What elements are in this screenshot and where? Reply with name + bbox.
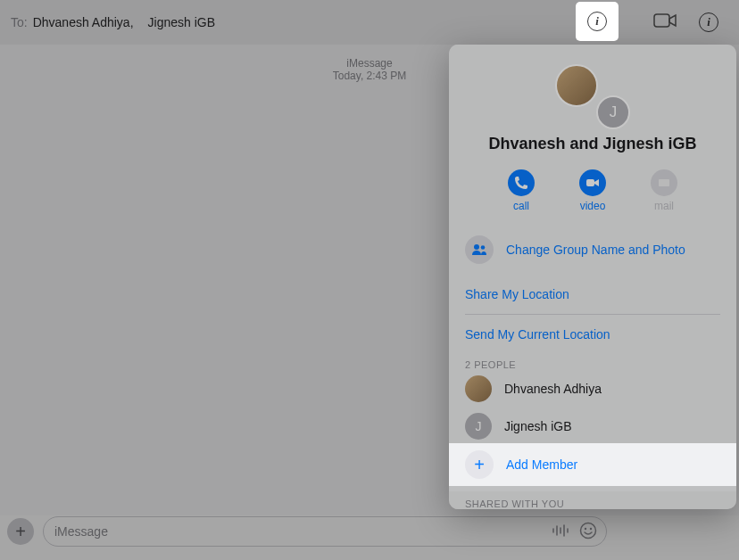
avatar-icon: J bbox=[465, 413, 492, 440]
plus-icon: + bbox=[465, 450, 494, 479]
group-title: Dhvanesh and Jignesh iGB bbox=[449, 135, 736, 153]
recipient-2[interactable]: Jignesh iGB bbox=[148, 15, 215, 29]
add-attachment-button[interactable]: + bbox=[7, 518, 34, 545]
svg-rect-10 bbox=[659, 179, 669, 186]
video-label: video bbox=[580, 200, 606, 212]
info-button-highlight[interactable]: i bbox=[576, 2, 619, 41]
details-info-button[interactable]: i bbox=[689, 3, 728, 42]
share-location-row[interactable]: Share My Location bbox=[449, 275, 736, 314]
person-row-2[interactable]: J Jignesh iGB bbox=[449, 408, 736, 445]
person-row-1[interactable]: Dhvanesh Adhiya bbox=[449, 370, 736, 408]
info-icon: i bbox=[699, 12, 718, 32]
svg-rect-0 bbox=[654, 14, 669, 27]
recipient-1[interactable]: Dhvanesh Adhiya, bbox=[33, 15, 134, 29]
message-input[interactable]: iMessage bbox=[43, 516, 607, 547]
call-button[interactable]: call bbox=[508, 169, 535, 212]
to-label: To: bbox=[11, 15, 28, 29]
person-name: Jignesh iGB bbox=[504, 419, 571, 433]
facetime-video-icon[interactable] bbox=[653, 12, 677, 33]
video-button[interactable]: video bbox=[579, 169, 606, 212]
person-name: Dhvanesh Adhiya bbox=[504, 382, 602, 396]
svg-rect-9 bbox=[586, 179, 594, 186]
svg-point-12 bbox=[481, 245, 486, 250]
change-group-label: Change Group Name and Photo bbox=[506, 243, 685, 257]
add-member-row[interactable]: + Add Member bbox=[449, 443, 736, 486]
audio-waveform-icon[interactable] bbox=[551, 522, 569, 542]
video-icon bbox=[579, 169, 606, 196]
avatar-icon bbox=[465, 375, 492, 402]
compose-bar: + iMessage bbox=[0, 514, 614, 549]
avatar-jignesh: J bbox=[596, 95, 630, 129]
change-group-name-row[interactable]: Change Group Name and Photo bbox=[465, 235, 720, 264]
phone-icon bbox=[508, 169, 535, 196]
mail-icon bbox=[651, 169, 677, 196]
svg-point-11 bbox=[474, 244, 479, 250]
avatar-dhvanesh bbox=[555, 64, 598, 107]
send-location-row[interactable]: Send My Current Location bbox=[449, 315, 736, 354]
people-section-label: 2 PEOPLE bbox=[449, 359, 736, 370]
message-placeholder: iMessage bbox=[54, 524, 108, 539]
add-member-label: Add Member bbox=[506, 457, 577, 472]
svg-point-6 bbox=[581, 523, 596, 538]
people-icon bbox=[465, 235, 494, 264]
svg-point-8 bbox=[590, 527, 592, 529]
call-label: call bbox=[513, 200, 529, 212]
conversation-header: To: Dhvanesh Adhiya, Jignesh iGB i bbox=[0, 0, 739, 45]
details-popover: J Dhvanesh and Jignesh iGB call video m bbox=[449, 45, 736, 509]
shared-section-label: SHARED WITH YOU bbox=[449, 498, 736, 509]
info-icon: i bbox=[587, 12, 607, 31]
svg-point-7 bbox=[585, 527, 586, 529]
mail-button: mail bbox=[651, 169, 677, 212]
mail-label: mail bbox=[654, 200, 674, 212]
group-avatars: J bbox=[449, 64, 736, 117]
emoji-icon[interactable] bbox=[579, 522, 597, 542]
